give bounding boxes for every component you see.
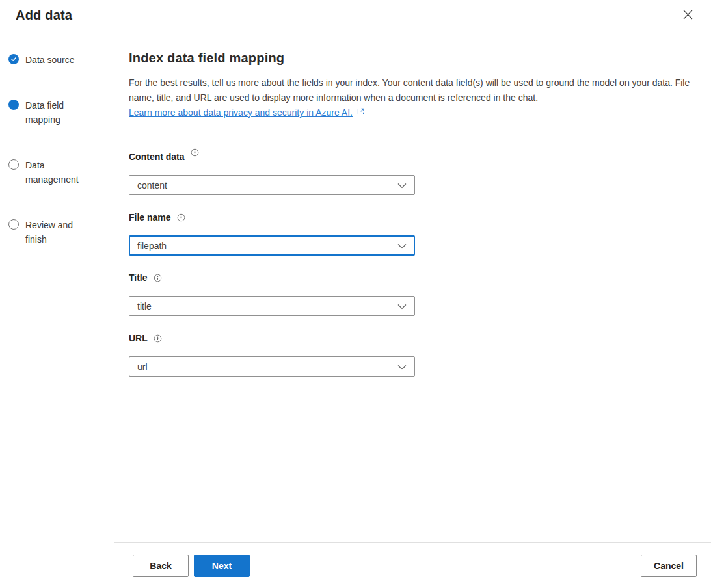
dropdown-value: content — [137, 180, 167, 191]
field-file-name: File name filepath — [129, 211, 694, 256]
chevron-down-icon — [397, 361, 407, 373]
external-link-icon — [356, 105, 365, 120]
chevron-down-icon — [397, 180, 407, 191]
dropdown-value: filepath — [137, 241, 167, 251]
wizard-step-data-management: Data management — [8, 158, 114, 187]
field-label-content-data: Content data — [129, 151, 185, 163]
info-icon[interactable] — [177, 213, 185, 222]
dialog-footer: Back Next Cancel — [114, 542, 711, 588]
info-icon[interactable] — [191, 148, 199, 157]
field-url: URL url — [129, 332, 694, 377]
close-icon — [683, 10, 693, 21]
dropdown-content-data[interactable]: content — [129, 175, 415, 195]
info-icon[interactable] — [154, 274, 162, 282]
step-label-data-field-mapping: Data field mapping — [25, 98, 90, 127]
dropdown-title[interactable]: title — [129, 296, 415, 316]
field-label-url: URL — [129, 332, 148, 344]
field-title: Title title — [129, 272, 694, 316]
next-button[interactable]: Next — [194, 555, 250, 577]
wizard-step-review-and-finish: Review and finish — [8, 218, 114, 247]
dropdown-value: title — [137, 301, 152, 312]
field-label-file-name: File name — [129, 211, 171, 223]
dropdown-file-name[interactable]: filepath — [129, 235, 415, 256]
step-upcoming-icon — [8, 159, 19, 170]
step-upcoming-icon — [8, 219, 19, 230]
field-label-title: Title — [129, 272, 148, 284]
cancel-button[interactable]: Cancel — [641, 555, 697, 577]
wizard-step-data-field-mapping[interactable]: Data field mapping — [8, 98, 114, 127]
wizard-step-data-source[interactable]: Data source — [8, 53, 114, 67]
field-mapping-form: Content data content File name — [129, 151, 694, 377]
main-panel: Index data field mapping For the best re… — [114, 31, 711, 588]
wizard-steps-sidebar: Data source Data field mapping Data mana… — [0, 31, 114, 588]
dialog-title: Add data — [16, 8, 72, 23]
close-button[interactable] — [679, 6, 697, 25]
dropdown-value: url — [137, 362, 148, 372]
step-label-review-and-finish: Review and finish — [25, 218, 90, 247]
back-button[interactable]: Back — [133, 555, 189, 577]
dialog-body: Data source Data field mapping Data mana… — [0, 31, 711, 588]
chevron-down-icon — [397, 301, 407, 312]
step-connector — [14, 130, 14, 155]
step-label-data-source: Data source — [25, 53, 90, 67]
chevron-down-icon — [397, 240, 407, 252]
step-connector — [14, 190, 14, 215]
page-title: Index data field mapping — [129, 51, 694, 66]
step-label-data-management: Data management — [25, 158, 90, 187]
dialog-header: Add data — [0, 0, 711, 31]
dropdown-url[interactable]: url — [129, 356, 415, 377]
step-current-icon — [8, 100, 19, 110]
info-icon[interactable] — [154, 334, 162, 343]
field-content-data: Content data content — [129, 151, 694, 195]
learn-more-link[interactable]: Learn more about data privacy and securi… — [129, 105, 353, 120]
description-text: For the best results, tell us more about… — [129, 75, 694, 105]
step-connector — [14, 70, 14, 95]
step-completed-check-icon — [8, 54, 19, 64]
